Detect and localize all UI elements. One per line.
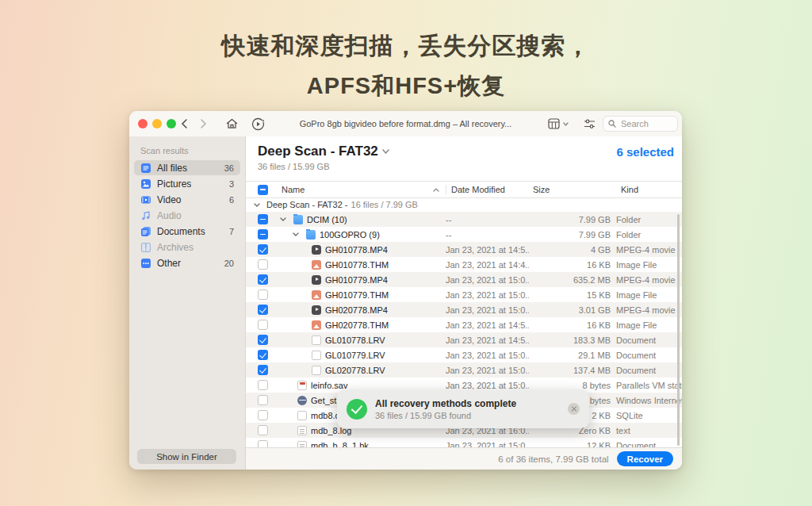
log-file-icon	[297, 426, 307, 435]
file-kind: Folder	[611, 230, 682, 240]
file-size: 8 bytes	[529, 381, 611, 390]
row-checkbox[interactable]	[258, 229, 268, 240]
scan-title-dropdown[interactable]: Deep Scan - FAT32	[258, 144, 389, 159]
row-checkbox[interactable]	[258, 335, 268, 345]
table-row[interactable]: 100GOPRO (9) -- 7.99 GB Folder	[246, 227, 682, 242]
row-checkbox[interactable]	[258, 425, 268, 435]
file-table: DCIM (10) -- 7.99 GB Folder 100GOPRO (9)…	[246, 212, 682, 470]
table-row[interactable]: DCIM (10) -- 7.99 GB Folder	[246, 212, 682, 227]
table-row[interactable]: GH010779.MP4 Jan 23, 2021 at 15:0... 635…	[246, 272, 682, 287]
main-panel: Deep Scan - FAT32 36 files / 15.99 GB 6 …	[246, 136, 682, 470]
search-field[interactable]	[603, 116, 678, 132]
file-date: Jan 23, 2021 at 14:4...	[446, 260, 529, 270]
file-date: Jan 23, 2021 at 15:0...	[446, 305, 529, 315]
select-all-checkbox[interactable]	[258, 185, 268, 195]
file-kind: Image File	[611, 260, 682, 270]
table-row[interactable]: GL010778.LRV Jan 23, 2021 at 14:5... 183…	[246, 332, 682, 347]
table-row[interactable]: GH010778.MP4 Jan 23, 2021 at 14:5... 4 G…	[246, 242, 682, 257]
sidebar-item-other[interactable]: Other 20	[134, 255, 240, 270]
archives-icon	[140, 242, 151, 253]
view-dropdown-chevron-icon[interactable]	[558, 117, 573, 131]
row-checkbox[interactable]	[258, 274, 268, 285]
file-date: --	[446, 215, 529, 224]
file-kind: Document	[611, 335, 682, 345]
column-header-name[interactable]: Name	[282, 185, 304, 194]
sidebar-item-video[interactable]: Video 6	[134, 192, 240, 207]
zoom-window-button[interactable]	[167, 119, 176, 128]
success-check-icon	[347, 399, 367, 420]
internet-shortcut-icon	[297, 396, 307, 405]
search-input[interactable]	[619, 118, 672, 129]
table-row[interactable]: GH010778.THM Jan 23, 2021 at 14:4... 16 …	[246, 257, 682, 272]
close-window-button[interactable]	[138, 119, 147, 128]
row-checkbox[interactable]	[258, 289, 268, 300]
recovery-complete-toast: All recovery methods complete 36 files /…	[337, 389, 589, 428]
sidebar-item-pictures[interactable]: Pictures 3	[134, 176, 240, 191]
file-name: GH010779.THM	[325, 290, 389, 300]
file-date: --	[446, 230, 529, 240]
table-header: Name Date Modified Size Kind	[246, 181, 682, 198]
column-header-size[interactable]: Size	[529, 185, 611, 194]
sidebar-item-audio[interactable]: Audio	[134, 208, 240, 223]
column-header-date[interactable]: Date Modified	[446, 185, 529, 194]
file-date: Jan 23, 2021 at 14:5...	[446, 335, 529, 345]
recover-button[interactable]: Recover	[617, 451, 673, 466]
row-checkbox[interactable]	[258, 259, 268, 270]
table-row[interactable]: GH020778.THM Jan 23, 2021 at 14:5... 16 …	[246, 317, 682, 332]
minimize-window-button[interactable]	[152, 119, 162, 128]
selected-count: 6 selected	[616, 145, 674, 159]
file-kind: Windows Internet s	[611, 396, 682, 405]
file-date: Jan 23, 2021 at 15:0...	[446, 351, 529, 360]
sidebar-item-all-files[interactable]: All files 36	[134, 160, 240, 175]
file-kind: Document	[611, 366, 682, 375]
folder-icon	[293, 215, 303, 224]
app-window: GoPro 8gb bigvideo before format.dmg – A…	[129, 111, 682, 470]
filter-sliders-icon[interactable]	[582, 117, 596, 131]
sidebar-item-label: Pictures	[157, 178, 191, 190]
expander-chevron-icon[interactable]	[280, 217, 289, 221]
scan-title: Deep Scan - FAT32	[258, 144, 378, 159]
document-file-icon	[312, 366, 321, 375]
row-checkbox[interactable]	[258, 305, 268, 315]
sidebar-item-documents[interactable]: Documents 7	[134, 224, 240, 239]
video-icon	[140, 194, 151, 205]
vertical-scrollbar[interactable]	[677, 214, 680, 446]
row-checkbox[interactable]	[258, 395, 268, 405]
row-checkbox[interactable]	[258, 410, 268, 420]
sidebar-item-archives[interactable]: Archives	[134, 240, 240, 255]
file-size: 183.3 MB	[529, 335, 611, 345]
table-row[interactable]: GH020778.MP4 Jan 23, 2021 at 15:0... 3.0…	[246, 302, 682, 317]
file-kind: text	[611, 426, 682, 435]
file-kind: MPEG-4 movie	[611, 305, 682, 315]
row-checkbox[interactable]	[258, 350, 268, 360]
row-checkbox[interactable]	[258, 365, 268, 375]
home-icon[interactable]	[224, 117, 239, 131]
file-name: DCIM (10)	[307, 215, 347, 224]
expander-chevron-icon[interactable]	[254, 203, 263, 207]
table-row[interactable]: GL010779.LRV Jan 23, 2021 at 15:0... 29.…	[246, 347, 682, 362]
row-checkbox[interactable]	[258, 380, 268, 390]
toast-close-icon[interactable]	[568, 403, 580, 415]
row-checkbox[interactable]	[258, 244, 268, 255]
sidebar-item-count: 6	[229, 195, 234, 205]
file-name: GL010778.LRV	[325, 335, 385, 345]
pictures-icon	[140, 178, 151, 190]
file-date: Jan 23, 2021 at 15:0...	[446, 290, 529, 300]
row-checkbox[interactable]	[258, 320, 268, 330]
show-in-finder-button[interactable]: Show in Finder	[137, 449, 236, 464]
scan-group-row[interactable]: Deep Scan - FAT32 - 16 files / 7.99 GB	[246, 197, 682, 212]
rescan-icon[interactable]	[251, 117, 265, 131]
row-checkbox[interactable]	[258, 214, 268, 224]
back-chevron-icon[interactable]	[177, 117, 191, 131]
table-row[interactable]: GH010779.THM Jan 23, 2021 at 15:0... 15 …	[246, 287, 682, 302]
column-header-kind[interactable]: Kind	[611, 185, 682, 194]
table-row[interactable]: GL020778.LRV Jan 23, 2021 at 15:0... 137…	[246, 362, 682, 378]
hero-heading: 快速和深度扫描，丢失分区搜索， APFS和HFS+恢复	[0, 30, 812, 102]
expander-chevron-icon[interactable]	[293, 232, 302, 236]
sidebar-item-label: All files	[157, 163, 187, 174]
file-kind: MPEG-4 movie	[611, 275, 682, 285]
document-file-icon	[312, 351, 321, 360]
forward-chevron-icon[interactable]	[196, 117, 210, 131]
file-name: GH010778.THM	[325, 260, 389, 270]
image-file-icon	[312, 260, 321, 270]
